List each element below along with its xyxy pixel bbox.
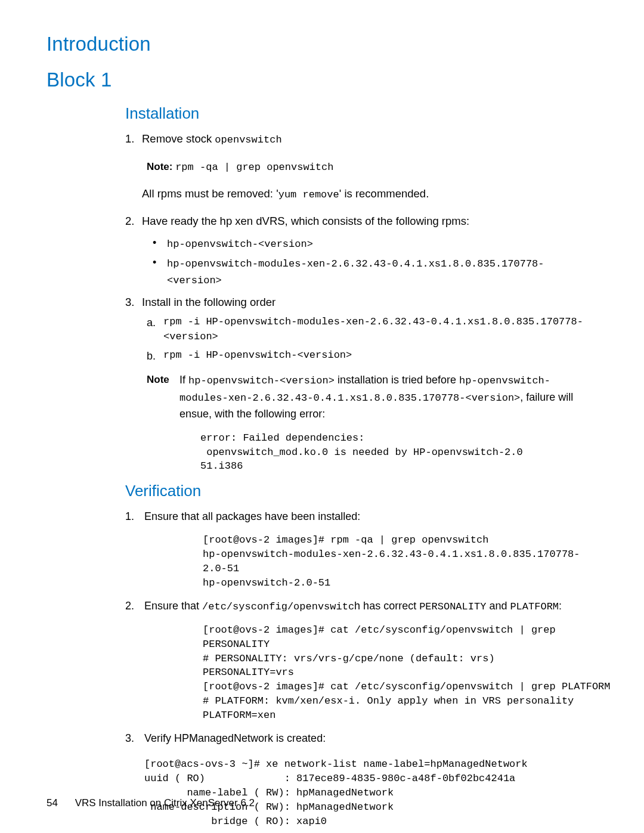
heading-installation: Installation — [125, 104, 597, 123]
verify2-b: h has correct — [354, 600, 419, 612]
footer-title: VRS Installation on Citrix XenServer 6.2 — [75, 797, 255, 809]
verify2-code1: /etc/sysconfig/openvswitc — [202, 601, 354, 612]
step1-body-code: yum remove — [278, 189, 339, 200]
verify-step-3: Verify HPManagedNetwork is created: [roo… — [125, 730, 597, 828]
verify1-text: Ensure that all packages have been insta… — [144, 510, 360, 522]
bullet-item-2: hp-openvswitch-modules-xen-2.6.32.43-0.4… — [153, 255, 597, 288]
note2-code1: hp-openvswitch-<version> — [188, 375, 335, 386]
bullet-item-1: hp-openvswitch-<version> — [153, 236, 597, 252]
verify2-code: [root@ovs-2 images]# cat /etc/sysconfig/… — [203, 623, 597, 723]
heading-verification: Verification — [125, 482, 597, 500]
note2-a: If — [179, 374, 188, 386]
install-step-3: Install in the following order rpm -i HP… — [125, 295, 597, 474]
verify3-text: Verify HPManagedNetwork is created: — [144, 732, 326, 744]
step1-body-b: ' is recommended. — [339, 187, 429, 200]
bullet2-code: hp-openvswitch-modules-xen-2.6.32.43-0.4… — [167, 258, 544, 286]
note1-code: rpm -qa | grep openvswitch — [175, 162, 333, 173]
install-step-1: Remove stock openvswitch Note: rpm -qa |… — [125, 131, 597, 203]
note2-body: If hp-openvswitch-<version> installation… — [179, 372, 595, 423]
step1-code: openvswitch — [215, 134, 281, 145]
verify2-c: and — [486, 600, 510, 612]
heading-block1: Block 1 — [47, 69, 597, 91]
verify-step-2: Ensure that /etc/sysconfig/openvswitch h… — [125, 598, 597, 722]
bullet1-code: hp-openvswitch-<version> — [167, 239, 313, 250]
verify1-code: [root@ovs-2 images]# rpm -qa | grep open… — [203, 533, 597, 590]
note-sep-1: : — [169, 161, 175, 172]
verify2-d: : — [559, 600, 562, 612]
step1-text-prefix: Remove stock — [142, 132, 215, 145]
heading-introduction: Introduction — [47, 33, 597, 55]
verify2-code2: PERSONALITY — [419, 601, 486, 612]
verify3-code: [root@acs-ovs-3 ~]# xe network-list name… — [144, 757, 597, 828]
step3-text: Install in the following order — [142, 296, 275, 308]
verify2-a: Ensure that — [144, 600, 202, 612]
note-label-1: Note — [147, 161, 169, 172]
step2-text: Have ready the hp xen dVRS, which consis… — [142, 215, 469, 227]
alpha-item-a: rpm -i HP-openvswitch-modules-xen-2.6.32… — [147, 315, 597, 344]
note2-b: installation is tried before — [335, 374, 459, 386]
alpha-item-b: rpm -i HP-openvswitch-<version> — [147, 348, 597, 363]
page-number: 54 — [47, 797, 58, 809]
error-code-block: error: Failed dependencies: openvswitch_… — [200, 431, 597, 473]
verify2-code3: PLATFORM — [510, 601, 559, 612]
note-label-2: Note — [147, 372, 177, 388]
verify-step-1: Ensure that all packages have been insta… — [125, 509, 597, 590]
step1-body-a: All rpms must be removed: ' — [142, 187, 278, 200]
page-footer: 54 VRS Installation on Citrix XenServer … — [47, 797, 255, 809]
install-step-2: Have ready the hp xen dVRS, which consis… — [125, 213, 597, 289]
